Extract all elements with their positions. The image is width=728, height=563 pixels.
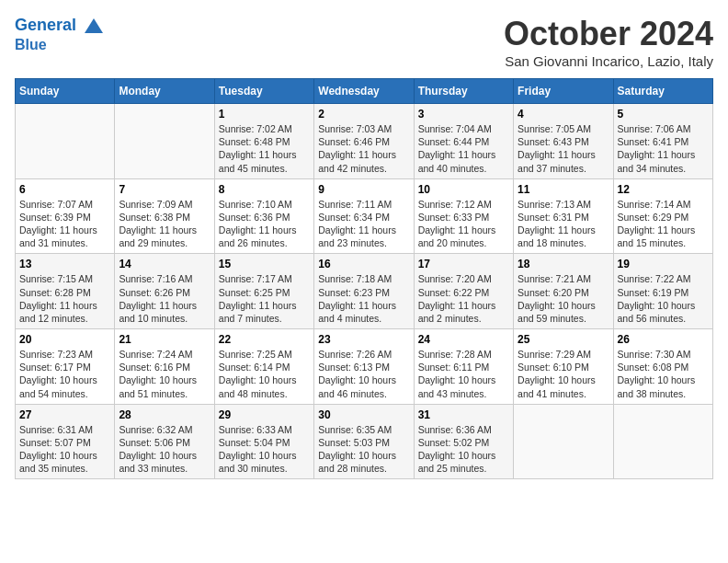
day-number: 27 xyxy=(19,408,110,421)
day-info: Sunrise: 7:07 AM Sunset: 6:39 PM Dayligh… xyxy=(19,198,110,250)
day-info: Sunrise: 7:10 AM Sunset: 6:36 PM Dayligh… xyxy=(219,198,310,250)
day-info: Sunrise: 7:30 AM Sunset: 6:08 PM Dayligh… xyxy=(618,348,709,400)
calendar-day-cell: 23Sunrise: 7:26 AM Sunset: 6:13 PM Dayli… xyxy=(314,329,414,405)
col-header-sunday: Sunday xyxy=(16,79,115,104)
day-number: 15 xyxy=(219,258,310,270)
day-number: 8 xyxy=(219,183,310,196)
title-block: October 2024 San Giovanni Incarico, Lazi… xyxy=(504,15,713,69)
location: San Giovanni Incarico, Lazio, Italy xyxy=(504,53,713,69)
day-info: Sunrise: 7:28 AM Sunset: 6:11 PM Dayligh… xyxy=(418,348,509,400)
day-number: 9 xyxy=(318,183,409,196)
calendar-day-cell: 16Sunrise: 7:18 AM Sunset: 6:23 PM Dayli… xyxy=(314,254,414,329)
day-number: 19 xyxy=(618,258,709,270)
day-info: Sunrise: 7:12 AM Sunset: 6:33 PM Dayligh… xyxy=(418,198,509,250)
day-info: Sunrise: 7:09 AM Sunset: 6:38 PM Dayligh… xyxy=(119,198,210,250)
calendar-day-cell: 11Sunrise: 7:13 AM Sunset: 6:31 PM Dayli… xyxy=(514,178,613,254)
calendar-day-cell: 19Sunrise: 7:22 AM Sunset: 6:19 PM Dayli… xyxy=(613,254,712,329)
day-info: Sunrise: 7:06 AM Sunset: 6:41 PM Dayligh… xyxy=(618,122,709,175)
calendar-day-cell: 28Sunrise: 6:32 AM Sunset: 5:06 PM Dayli… xyxy=(115,404,214,479)
day-info: Sunrise: 6:33 AM Sunset: 5:04 PM Dayligh… xyxy=(219,423,310,476)
day-info: Sunrise: 7:13 AM Sunset: 6:31 PM Dayligh… xyxy=(518,198,609,250)
calendar-day-cell: 18Sunrise: 7:21 AM Sunset: 6:20 PM Dayli… xyxy=(514,254,613,329)
logo-text: General xyxy=(15,15,105,37)
day-number: 4 xyxy=(518,108,609,121)
day-info: Sunrise: 6:36 AM Sunset: 5:02 PM Dayligh… xyxy=(418,423,509,476)
day-number: 25 xyxy=(518,333,609,346)
calendar-day-cell: 25Sunrise: 7:29 AM Sunset: 6:10 PM Dayli… xyxy=(514,329,613,405)
col-header-saturday: Saturday xyxy=(613,79,712,104)
calendar-week-row: 20Sunrise: 7:23 AM Sunset: 6:17 PM Dayli… xyxy=(16,329,713,405)
calendar-table: SundayMondayTuesdayWednesdayThursdayFrid… xyxy=(15,78,713,479)
day-info: Sunrise: 7:22 AM Sunset: 6:19 PM Dayligh… xyxy=(618,272,709,325)
day-info: Sunrise: 7:17 AM Sunset: 6:25 PM Dayligh… xyxy=(219,272,310,325)
day-info: Sunrise: 7:21 AM Sunset: 6:20 PM Dayligh… xyxy=(518,272,609,325)
day-info: Sunrise: 6:35 AM Sunset: 5:03 PM Dayligh… xyxy=(318,423,409,476)
day-info: Sunrise: 7:15 AM Sunset: 6:28 PM Dayligh… xyxy=(19,272,110,325)
logo-icon xyxy=(83,15,105,37)
calendar-header-row: SundayMondayTuesdayWednesdayThursdayFrid… xyxy=(16,79,713,104)
day-info: Sunrise: 7:29 AM Sunset: 6:10 PM Dayligh… xyxy=(518,348,609,400)
calendar-day-cell: 27Sunrise: 6:31 AM Sunset: 5:07 PM Dayli… xyxy=(16,404,115,479)
svg-marker-0 xyxy=(85,18,103,33)
day-number: 10 xyxy=(418,183,509,196)
day-number: 17 xyxy=(418,258,509,270)
day-number: 11 xyxy=(518,183,609,196)
calendar-week-row: 1Sunrise: 7:02 AM Sunset: 6:48 PM Daylig… xyxy=(16,104,713,179)
calendar-day-cell: 10Sunrise: 7:12 AM Sunset: 6:33 PM Dayli… xyxy=(414,178,513,254)
day-number: 13 xyxy=(19,258,110,270)
day-number: 31 xyxy=(418,408,509,421)
calendar-day-cell: 30Sunrise: 6:35 AM Sunset: 5:03 PM Dayli… xyxy=(314,404,414,479)
day-number: 3 xyxy=(418,108,509,121)
calendar-empty-cell xyxy=(16,104,115,179)
day-number: 1 xyxy=(219,108,310,121)
day-info: Sunrise: 7:23 AM Sunset: 6:17 PM Dayligh… xyxy=(19,348,110,400)
calendar-day-cell: 22Sunrise: 7:25 AM Sunset: 6:14 PM Dayli… xyxy=(214,329,313,405)
day-info: Sunrise: 7:04 AM Sunset: 6:44 PM Dayligh… xyxy=(418,122,509,175)
col-header-tuesday: Tuesday xyxy=(214,79,313,104)
calendar-empty-cell xyxy=(514,404,613,479)
col-header-friday: Friday xyxy=(514,79,613,104)
day-number: 23 xyxy=(318,333,409,346)
month-title: October 2024 xyxy=(504,15,713,53)
calendar-day-cell: 26Sunrise: 7:30 AM Sunset: 6:08 PM Dayli… xyxy=(613,329,712,405)
calendar-week-row: 13Sunrise: 7:15 AM Sunset: 6:28 PM Dayli… xyxy=(16,254,713,329)
day-number: 7 xyxy=(119,183,210,196)
calendar-day-cell: 3Sunrise: 7:04 AM Sunset: 6:44 PM Daylig… xyxy=(414,104,513,179)
col-header-monday: Monday xyxy=(115,79,214,104)
calendar-day-cell: 31Sunrise: 6:36 AM Sunset: 5:02 PM Dayli… xyxy=(414,404,513,479)
day-number: 29 xyxy=(219,408,310,421)
calendar-day-cell: 8Sunrise: 7:10 AM Sunset: 6:36 PM Daylig… xyxy=(214,178,313,254)
day-number: 12 xyxy=(618,183,709,196)
day-number: 2 xyxy=(318,108,409,121)
calendar-day-cell: 17Sunrise: 7:20 AM Sunset: 6:22 PM Dayli… xyxy=(414,254,513,329)
day-info: Sunrise: 7:03 AM Sunset: 6:46 PM Dayligh… xyxy=(318,122,409,175)
calendar-day-cell: 15Sunrise: 7:17 AM Sunset: 6:25 PM Dayli… xyxy=(214,254,313,329)
calendar-day-cell: 14Sunrise: 7:16 AM Sunset: 6:26 PM Dayli… xyxy=(115,254,214,329)
calendar-day-cell: 20Sunrise: 7:23 AM Sunset: 6:17 PM Dayli… xyxy=(16,329,115,405)
day-info: Sunrise: 7:24 AM Sunset: 6:16 PM Dayligh… xyxy=(119,348,210,400)
calendar-day-cell: 21Sunrise: 7:24 AM Sunset: 6:16 PM Dayli… xyxy=(115,329,214,405)
calendar-day-cell: 6Sunrise: 7:07 AM Sunset: 6:39 PM Daylig… xyxy=(16,178,115,254)
day-info: Sunrise: 6:31 AM Sunset: 5:07 PM Dayligh… xyxy=(19,423,110,476)
day-info: Sunrise: 7:14 AM Sunset: 6:29 PM Dayligh… xyxy=(618,198,709,250)
calendar-day-cell: 24Sunrise: 7:28 AM Sunset: 6:11 PM Dayli… xyxy=(414,329,513,405)
calendar-day-cell: 12Sunrise: 7:14 AM Sunset: 6:29 PM Dayli… xyxy=(613,178,712,254)
day-info: Sunrise: 7:26 AM Sunset: 6:13 PM Dayligh… xyxy=(318,348,409,400)
calendar-empty-cell xyxy=(613,404,712,479)
day-number: 26 xyxy=(618,333,709,346)
day-info: Sunrise: 7:18 AM Sunset: 6:23 PM Dayligh… xyxy=(318,272,409,325)
page-header: General Blue October 2024 San Giovanni I… xyxy=(15,15,713,69)
day-info: Sunrise: 7:20 AM Sunset: 6:22 PM Dayligh… xyxy=(418,272,509,325)
day-number: 28 xyxy=(119,408,210,421)
day-number: 16 xyxy=(318,258,409,270)
day-number: 21 xyxy=(119,333,210,346)
calendar-day-cell: 2Sunrise: 7:03 AM Sunset: 6:46 PM Daylig… xyxy=(314,104,414,179)
day-info: Sunrise: 7:11 AM Sunset: 6:34 PM Dayligh… xyxy=(318,198,409,250)
col-header-thursday: Thursday xyxy=(414,79,513,104)
calendar-day-cell: 13Sunrise: 7:15 AM Sunset: 6:28 PM Dayli… xyxy=(16,254,115,329)
calendar-day-cell: 5Sunrise: 7:06 AM Sunset: 6:41 PM Daylig… xyxy=(613,104,712,179)
logo-blue: Blue xyxy=(15,37,105,53)
day-info: Sunrise: 7:25 AM Sunset: 6:14 PM Dayligh… xyxy=(219,348,310,400)
col-header-wednesday: Wednesday xyxy=(314,79,414,104)
day-info: Sunrise: 6:32 AM Sunset: 5:06 PM Dayligh… xyxy=(119,423,210,476)
